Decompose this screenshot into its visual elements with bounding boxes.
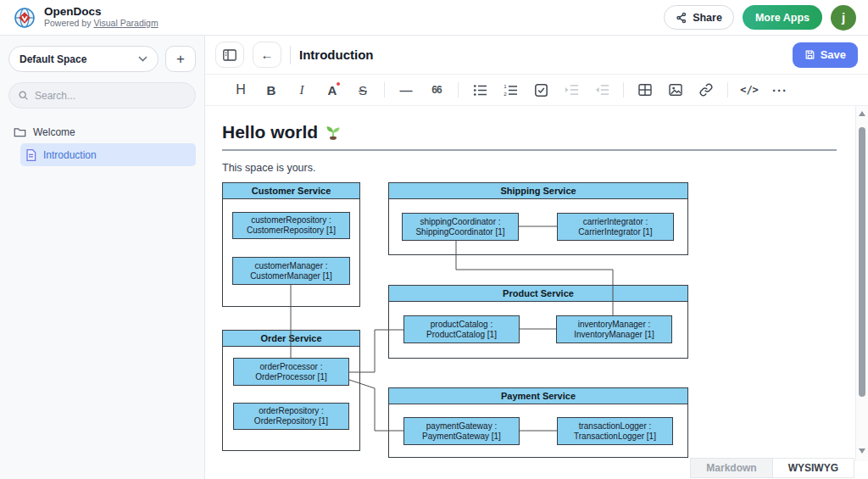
outdent-icon	[595, 84, 609, 96]
container-customer-service[interactable]: Customer Service	[222, 182, 360, 307]
blockquote-button[interactable]: 66	[423, 79, 450, 101]
editor-canvas[interactable]: Hello world This space is yours.	[205, 106, 868, 479]
share-button[interactable]: Share	[664, 5, 734, 30]
search-input[interactable]	[35, 90, 186, 102]
strikethrough-button[interactable]: S	[349, 79, 376, 101]
container-order-service[interactable]: Order Service	[222, 330, 360, 451]
node-order-processor[interactable]: orderProcessor : OrderProcessor [1]	[233, 358, 349, 386]
task-list-icon	[535, 84, 548, 97]
add-space-button[interactable]: +	[165, 46, 196, 72]
save-icon	[804, 49, 815, 60]
divider	[384, 82, 385, 97]
bullet-list-icon	[473, 84, 487, 97]
link-icon	[699, 83, 713, 97]
node-inventory-manager[interactable]: inventoryManager : InventoryManager [1]	[556, 315, 672, 343]
body-text: This space is yours.	[222, 162, 837, 174]
document-heading: Hello world	[222, 121, 837, 143]
panel-icon	[223, 49, 236, 61]
svg-text:2: 2	[504, 91, 507, 97]
save-button[interactable]: Save	[793, 42, 858, 68]
bold-button[interactable]: B	[258, 79, 285, 101]
more-options-button[interactable]: ···	[766, 79, 793, 101]
vertical-scrollbar[interactable]	[855, 106, 868, 461]
heading-rule	[222, 149, 837, 151]
sidebar-item-welcome[interactable]: Welcome	[8, 120, 196, 143]
color-dot	[337, 82, 340, 86]
space-selector[interactable]: Default Space	[8, 46, 159, 72]
node-carrier-integrator[interactable]: carrierIntegrator : CarrierIntegrator [1…	[557, 213, 674, 241]
outdent-button[interactable]	[588, 79, 615, 101]
node-customer-manager[interactable]: customerManager : CustomerManager [1]	[232, 257, 350, 285]
node-order-repository[interactable]: orderRepository : OrderRepository [1]	[233, 403, 349, 430]
avatar[interactable]: j	[831, 5, 856, 31]
indent-button[interactable]	[558, 79, 585, 101]
component-diagram: Customer Service Shipping Service Produc…	[222, 182, 689, 460]
task-list-button[interactable]	[527, 79, 554, 101]
search-box[interactable]	[8, 82, 196, 109]
back-button[interactable]: ←	[253, 42, 281, 68]
visual-paradigm-link[interactable]: Visual Paradigm	[93, 18, 158, 28]
image-button[interactable]	[662, 79, 689, 101]
node-payment-gateway[interactable]: paymentGateway : PaymentGateway [1]	[403, 417, 520, 445]
tab-markdown[interactable]: Markdown	[690, 458, 772, 478]
format-toolbar: H B I A S — 66 1 2	[205, 75, 868, 106]
scrollbar-thumb[interactable]	[859, 127, 865, 397]
editor-mode-tabs: Markdown WYSIWYG	[690, 458, 854, 478]
scroll-up-icon[interactable]	[859, 111, 865, 116]
horizontal-rule-button[interactable]: —	[392, 79, 420, 101]
more-apps-button[interactable]: More Apps	[743, 5, 822, 30]
doc-header: ← Introduction Save	[205, 36, 868, 75]
indent-icon	[565, 84, 579, 96]
share-icon	[676, 12, 687, 24]
divider	[458, 82, 459, 97]
document-icon	[25, 149, 36, 161]
svg-text:1: 1	[504, 84, 507, 89]
powered-by: Powered by Visual Paradigm	[44, 19, 159, 29]
divider	[727, 82, 728, 97]
heading-button[interactable]: H	[227, 79, 254, 101]
folder-icon	[14, 126, 26, 137]
top-header: OpenDocs Powered by Visual Paradigm Shar…	[0, 0, 868, 36]
search-icon	[18, 90, 29, 101]
code-button[interactable]: </>	[736, 79, 763, 101]
sidebar: Default Space +	[0, 36, 205, 479]
table-icon	[638, 84, 652, 96]
page-tree: Welcome Introduction	[8, 120, 196, 166]
divider	[623, 82, 624, 97]
node-transaction-logger[interactable]: transactionLogger : TransactionLogger [1…	[557, 417, 673, 445]
bullet-list-button[interactable]	[466, 79, 493, 101]
seedling-emoji	[325, 124, 342, 141]
image-icon	[669, 84, 682, 96]
text-color-button[interactable]: A	[319, 79, 346, 101]
back-arrow-icon: ←	[261, 47, 274, 62]
tab-wysiwyg[interactable]: WYSIWYG	[773, 458, 854, 478]
numbered-list-button[interactable]: 1 2	[497, 79, 524, 101]
table-button[interactable]	[632, 79, 659, 101]
brand: OpenDocs Powered by Visual Paradigm	[12, 5, 159, 31]
toggle-sidebar-button[interactable]	[215, 42, 244, 68]
scroll-down-icon[interactable]	[859, 448, 865, 454]
node-product-catalog[interactable]: productCatalog : ProductCatalog [1]	[403, 315, 520, 343]
app-logo-icon	[12, 5, 37, 31]
page-title: Introduction	[299, 47, 373, 62]
chevron-down-icon	[138, 56, 147, 62]
app-name: OpenDocs	[44, 6, 159, 19]
divider	[290, 46, 291, 64]
link-button[interactable]	[693, 79, 720, 101]
italic-button[interactable]: I	[288, 79, 315, 101]
numbered-list-icon: 1 2	[504, 84, 518, 97]
sidebar-item-introduction[interactable]: Introduction	[20, 143, 196, 166]
node-shipping-coordinator[interactable]: shippingCoordinator : ShippingCoordinato…	[402, 213, 519, 241]
node-customer-repository[interactable]: customerRepository : CustomerRepository …	[232, 212, 350, 239]
